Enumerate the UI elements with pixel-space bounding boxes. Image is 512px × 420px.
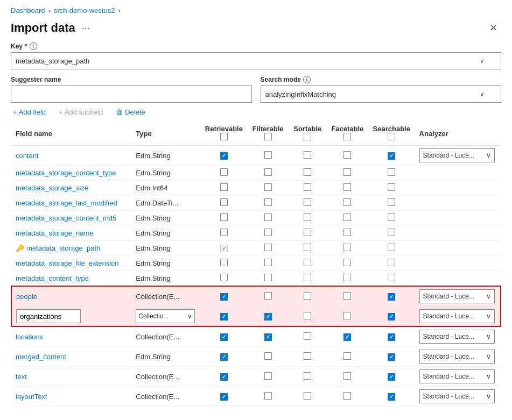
filterable-checkbox[interactable] [264, 183, 272, 191]
sortable-checkbox[interactable] [304, 392, 311, 400]
retrievable-checkbox[interactable] [220, 152, 228, 160]
retrievable-checkbox[interactable] [220, 293, 228, 301]
sortable-checkbox[interactable] [304, 292, 311, 300]
facetable-checkbox[interactable] [343, 352, 351, 360]
retrievable-checkbox[interactable] [220, 183, 228, 191]
field-name-link[interactable]: metadata_content_type [16, 274, 89, 282]
filterable-checkbox[interactable] [264, 392, 272, 400]
searchable-checkbox[interactable] [388, 244, 395, 251]
analyzer-dropdown[interactable]: Standard - Luce...∨ [419, 389, 495, 403]
sortable-checkbox[interactable] [304, 259, 311, 266]
searchable-checkbox[interactable] [388, 313, 395, 321]
searchable-checkbox[interactable] [388, 373, 395, 381]
sortable-header-checkbox[interactable] [304, 133, 311, 140]
field-name-link[interactable]: locations [16, 333, 43, 341]
field-name-link[interactable]: metadata_storage_name [16, 229, 94, 237]
add-subfield-button[interactable]: + Add subfield [57, 107, 105, 117]
facetable-checkbox[interactable] [343, 372, 351, 380]
analyzer-dropdown[interactable]: Standard - Luce...∨ [419, 289, 495, 303]
type-dropdown[interactable]: Collectio...∨ [136, 309, 195, 323]
analyzer-dropdown[interactable]: Standard - Luce...∨ [419, 369, 495, 383]
sortable-checkbox[interactable] [304, 183, 311, 191]
filterable-checkbox[interactable] [264, 151, 272, 159]
facetable-checkbox[interactable] [343, 168, 351, 176]
retrievable-checkbox[interactable] [220, 393, 228, 401]
field-name-link[interactable]: content [16, 152, 39, 160]
searchable-checkbox[interactable] [388, 333, 395, 341]
field-name-link[interactable]: metadata_storage_content_md5 [16, 214, 116, 222]
sortable-checkbox[interactable] [304, 151, 311, 159]
filterable-header-checkbox[interactable] [264, 133, 272, 140]
retrievable-header-checkbox[interactable] [220, 133, 228, 140]
sortable-checkbox[interactable] [304, 274, 311, 281]
field-name-link[interactable]: metadata_storage_last_modified [16, 199, 117, 207]
field-name-input[interactable] [16, 309, 81, 323]
field-name-link[interactable]: metadata_storage_path [26, 244, 100, 252]
searchable-checkbox[interactable] [388, 198, 395, 206]
retrievable-checkbox[interactable] [220, 198, 228, 206]
sortable-checkbox[interactable] [304, 372, 311, 380]
filterable-checkbox[interactable] [264, 244, 272, 251]
sortable-checkbox[interactable] [304, 198, 311, 206]
facetable-checkbox[interactable] [343, 292, 351, 300]
more-options-button[interactable]: ··· [80, 22, 92, 35]
filterable-checkbox[interactable] [264, 352, 272, 360]
searchable-checkbox[interactable] [388, 183, 395, 191]
sortable-checkbox[interactable] [304, 244, 311, 251]
searchable-checkbox[interactable] [388, 168, 395, 176]
key-dropdown[interactable]: metadata_storage_path ∨ [11, 52, 501, 69]
field-name-link[interactable]: text [16, 373, 27, 381]
analyzer-dropdown[interactable]: Standard - Luce...∨ [419, 309, 495, 323]
sortable-checkbox[interactable] [304, 213, 311, 221]
search-mode-info-icon[interactable]: i [303, 76, 311, 83]
retrievable-checkbox[interactable] [220, 168, 228, 176]
searchable-checkbox[interactable] [388, 293, 395, 301]
facetable-checkbox[interactable] [343, 151, 351, 159]
retrievable-checkbox[interactable] [220, 313, 228, 321]
facetable-header-checkbox[interactable] [343, 133, 351, 140]
search-mode-dropdown[interactable]: analyzingInfixMatching ∨ [261, 86, 502, 103]
delete-button[interactable]: 🗑 Delete [114, 107, 148, 117]
retrievable-checkbox[interactable] [220, 259, 228, 266]
filterable-checkbox[interactable] [264, 229, 272, 236]
filterable-checkbox[interactable] [264, 372, 272, 380]
sortable-checkbox[interactable] [304, 332, 311, 340]
sortable-checkbox[interactable] [304, 352, 311, 360]
sortable-checkbox[interactable] [304, 229, 311, 236]
facetable-checkbox[interactable] [343, 229, 351, 236]
searchable-header-checkbox[interactable] [388, 133, 395, 140]
sortable-checkbox[interactable] [304, 168, 311, 176]
filterable-checkbox[interactable] [264, 313, 272, 321]
facetable-checkbox[interactable] [343, 183, 351, 191]
searchable-checkbox[interactable] [388, 353, 395, 361]
analyzer-dropdown[interactable]: Standard - Luce...∨ [419, 350, 495, 364]
facetable-checkbox[interactable] [343, 333, 351, 341]
field-name-link[interactable]: layoutText [16, 393, 47, 401]
suggester-input[interactable] [11, 86, 252, 103]
facetable-checkbox[interactable] [343, 312, 351, 319]
searchable-checkbox[interactable] [388, 152, 395, 160]
breadcrumb-service[interactable]: srch-demo-westus2 [54, 6, 115, 15]
searchable-checkbox[interactable] [388, 274, 395, 281]
searchable-checkbox[interactable] [388, 393, 395, 401]
field-name-link[interactable]: metadata_storage_content_type [16, 169, 116, 177]
sortable-checkbox[interactable] [304, 312, 311, 319]
breadcrumb-dashboard[interactable]: Dashboard [11, 6, 45, 15]
facetable-checkbox[interactable] [343, 213, 351, 221]
facetable-checkbox[interactable] [343, 274, 351, 281]
filterable-checkbox[interactable] [264, 274, 272, 281]
searchable-checkbox[interactable] [388, 213, 395, 221]
facetable-checkbox[interactable] [343, 392, 351, 400]
close-button[interactable]: ✕ [485, 20, 501, 36]
searchable-checkbox[interactable] [388, 259, 395, 266]
filterable-checkbox[interactable] [264, 333, 272, 341]
field-name-link[interactable]: metadata_storage_size [16, 184, 88, 192]
retrievable-checkbox[interactable] [220, 274, 228, 281]
filterable-checkbox[interactable] [264, 198, 272, 206]
facetable-checkbox[interactable] [343, 259, 351, 266]
analyzer-dropdown[interactable]: Standard - Luce...∨ [419, 330, 495, 344]
retrievable-checkbox[interactable] [220, 333, 228, 341]
add-field-button[interactable]: + Add field [11, 107, 48, 117]
retrievable-checkbox[interactable] [220, 213, 228, 221]
searchable-checkbox[interactable] [388, 229, 395, 236]
